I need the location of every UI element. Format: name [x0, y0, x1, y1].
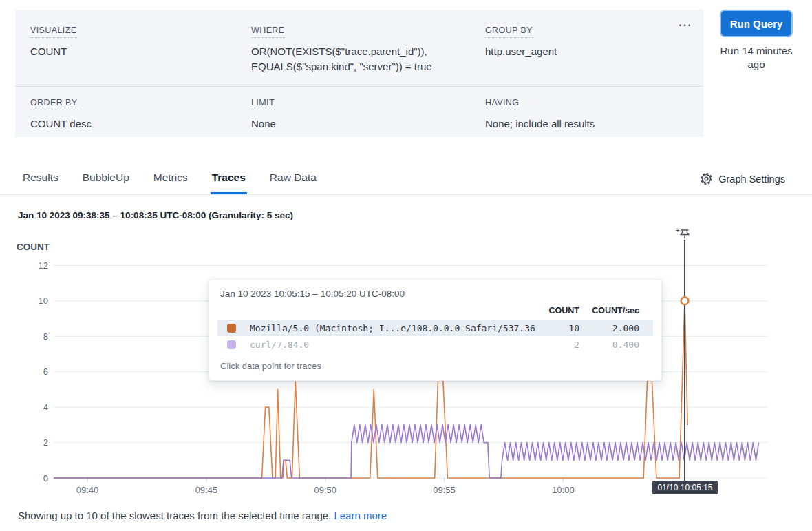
query-section-value: None [251, 116, 466, 132]
graph-settings-label: Graph Settings [718, 174, 785, 185]
learn-more-link[interactable]: Learn more [334, 510, 387, 521]
graph-settings-button[interactable]: Graph Settings [700, 163, 785, 194]
y-tick-label: 6 [43, 366, 48, 377]
query-section-label: GROUP BY [485, 25, 533, 38]
query-summary-panel: VISUALIZECOUNTWHEREOR(NOT(EXISTS($"trace… [15, 10, 703, 137]
pushpin-glyph [681, 230, 689, 238]
time-range-heading: Jan 10 2023 09:38:35 – 10:08:35 UTC-08:0… [18, 210, 293, 220]
tooltip-series-row[interactable]: Mozilla/5.0 (Macintosh; I...e/108.0.0.0 … [217, 320, 653, 336]
traces-footer: Showing up to 10 of the slowest traces f… [18, 510, 387, 521]
count-per-sec-column-header: COUNT/sec [579, 306, 639, 315]
tab-traces[interactable]: Traces [211, 163, 247, 194]
tooltip-rows: Mozilla/5.0 (Macintosh; I...e/108.0.0.0 … [209, 320, 661, 353]
y-tick-label: 4 [43, 402, 48, 413]
query-section-label: HAVING [485, 98, 519, 110]
series-label: curl/7.84.0 [250, 340, 538, 350]
query-section-value: None; include all results [485, 116, 684, 132]
honeycomb-query-page: VISUALIZECOUNTWHEREOR(NOT(EXISTS($"trace… [0, 0, 812, 531]
series-line-curl[interactable] [54, 425, 759, 478]
series-count: 10 [538, 323, 579, 333]
crosshair-time-badge: 01/10 10:05:15 [652, 481, 718, 494]
selected-data-point[interactable] [681, 297, 689, 304]
query-row-1: VISUALIZECOUNTWHEREOR(NOT(EXISTS($"trace… [15, 10, 703, 86]
query-section-value: OR(NOT(EXISTS($"trace.parent_id")), EQUA… [251, 44, 466, 74]
plus-glyph: + [676, 227, 680, 234]
run-query-button[interactable]: Run Query [720, 10, 793, 37]
query-section-label: ORDER BY [30, 98, 78, 110]
tab-metrics[interactable]: Metrics [152, 163, 189, 194]
x-tick-label: 09:50 [314, 485, 336, 495]
footer-text: Showing up to 10 of the slowest traces f… [18, 510, 331, 521]
overflow-menu-icon[interactable]: ··· [679, 21, 692, 30]
tooltip-header-row: COUNT COUNT/sec [217, 302, 653, 320]
y-tick-label: 8 [43, 331, 48, 342]
query-section-label: WHERE [251, 25, 285, 38]
results-tabs-bar: ResultsBubbleUpMetricsTracesRaw Data Gra… [0, 163, 812, 195]
series-swatch [227, 340, 236, 349]
tooltip-series-row[interactable]: curl/7.84.020.400 [217, 336, 653, 353]
x-tick-label: 09:45 [195, 485, 218, 495]
query-section-group-by[interactable]: GROUP BYhttp.user_agent [485, 23, 703, 86]
query-section-where[interactable]: WHEREOR(NOT(EXISTS($"trace.parent_id")),… [251, 23, 485, 86]
query-section-value: COUNT desc [30, 116, 232, 132]
swatch-spacer [227, 306, 236, 315]
y-tick-label: 2 [43, 437, 48, 448]
series-count-per-sec: 0.400 [579, 340, 639, 350]
series-label: Mozilla/5.0 (Macintosh; I...e/108.0.0.0 … [250, 323, 538, 333]
series-count-per-sec: 2.000 [579, 323, 639, 333]
query-section-limit[interactable]: LIMITNone [251, 96, 485, 132]
last-run-status: Run 14 minutes ago [716, 44, 797, 72]
query-section-having[interactable]: HAVINGNone; include all results [485, 96, 703, 132]
query-section-value: http.user_agent [485, 44, 684, 59]
query-section-label: LIMIT [251, 98, 275, 110]
series-swatch [227, 324, 236, 333]
count-column-header: COUNT [538, 306, 579, 315]
y-tick-label: 10 [39, 295, 48, 306]
y-tick-label: 12 [39, 260, 48, 271]
series-count: 2 [538, 340, 579, 350]
tab-raw-data[interactable]: Raw Data [268, 163, 318, 194]
y-tick-label: 0 [43, 473, 48, 483]
query-section-label: VISUALIZE [30, 25, 77, 38]
tab-results[interactable]: Results [21, 163, 60, 194]
x-tick-label: 10:00 [552, 485, 575, 495]
tabs: ResultsBubbleUpMetricsTracesRaw Data [21, 163, 318, 194]
query-section-visualize[interactable]: VISUALIZECOUNT [30, 23, 251, 86]
tab-bubbleup[interactable]: BubbleUp [81, 163, 131, 194]
chart-tooltip: Jan 10 2023 10:05:15 – 10:05:20 UTC-08:0… [209, 279, 662, 381]
tooltip-note: Click data point for traces [209, 353, 661, 371]
tooltip-time-range: Jan 10 2023 10:05:15 – 10:05:20 UTC-08:0… [209, 280, 661, 299]
x-tick-label: 09:40 [76, 485, 99, 495]
x-tick-label: 09:55 [433, 485, 456, 495]
pin-plus-icon[interactable]: + [676, 227, 689, 238]
query-section-order-by[interactable]: ORDER BYCOUNT desc [30, 96, 251, 132]
gear-icon [700, 172, 713, 185]
query-section-value: COUNT [30, 44, 232, 59]
query-row-2: ORDER BYCOUNT descLIMITNoneHAVINGNone; i… [15, 86, 703, 132]
